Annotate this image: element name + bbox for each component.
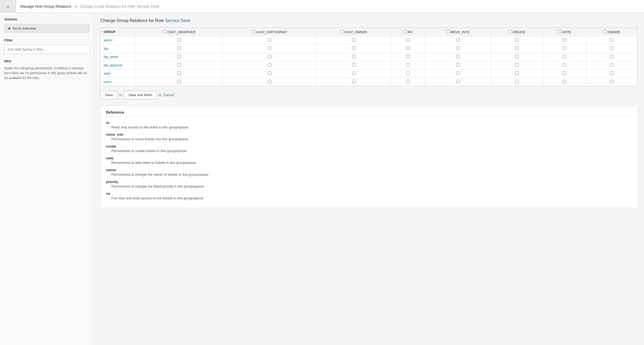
permission-cell [425, 36, 491, 45]
permission-checkbox[interactable] [563, 63, 566, 67]
permission-checkbox[interactable] [563, 71, 566, 75]
permission-cell [136, 36, 223, 45]
select-all-ro[interactable] [403, 30, 407, 33]
permission-checkbox[interactable] [610, 55, 613, 58]
permission-cell [391, 45, 425, 53]
filter-input[interactable] [4, 45, 89, 54]
select-all-chat-observer[interactable] [163, 30, 166, 33]
permission-checkbox[interactable] [406, 71, 410, 75]
group-name-link[interactable]: users [104, 80, 111, 84]
save-button[interactable]: Save [100, 91, 118, 99]
permission-checkbox[interactable] [563, 55, 566, 58]
separator-2: or [158, 93, 162, 97]
reference-item-desc: Permissions to move tickets into this gr… [106, 137, 632, 141]
actions-section: Actions ◀ Go to overview [4, 17, 89, 33]
permission-checkbox[interactable] [352, 71, 356, 75]
permission-checkbox[interactable] [268, 46, 271, 50]
permission-checkbox[interactable] [515, 71, 519, 75]
reference-item-desc: Full read and write access to the ticket… [106, 196, 632, 200]
permission-checkbox[interactable] [177, 63, 181, 67]
separator-1: or [119, 93, 122, 97]
permission-checkbox[interactable] [268, 38, 271, 42]
permission-cell [136, 61, 223, 70]
save-and-finish-button[interactable]: Save and finish [124, 91, 157, 99]
permission-cell [586, 45, 637, 53]
table-row: stats [101, 70, 637, 78]
permission-checkbox[interactable] [268, 63, 271, 67]
reference-item-name: priority [106, 180, 632, 184]
permission-cell [136, 45, 223, 53]
select-all-chat-owner[interactable] [340, 30, 344, 33]
breadcrumb-item-change: Change Group Relations for Role 'Service… [75, 0, 164, 13]
permission-checkbox[interactable] [515, 63, 519, 67]
permission-checkbox[interactable] [610, 63, 613, 67]
permission-checkbox[interactable] [563, 46, 566, 50]
go-to-overview-button[interactable]: ◀ Go to overview [4, 24, 89, 33]
permission-checkbox[interactable] [268, 80, 271, 83]
permission-cell [316, 78, 391, 86]
permission-checkbox[interactable] [456, 80, 460, 83]
permission-checkbox[interactable] [406, 46, 410, 50]
col-header-note: NOTE [543, 28, 586, 36]
home-icon[interactable]: ⌂ [0, 0, 16, 13]
permission-cell [543, 45, 586, 53]
permission-checkbox[interactable] [177, 55, 181, 58]
permission-checkbox[interactable] [610, 80, 613, 83]
permission-checkbox[interactable] [406, 80, 410, 83]
group-name-cell: admin [101, 36, 136, 45]
permission-checkbox[interactable] [406, 55, 410, 58]
permission-cell [425, 61, 491, 70]
permission-checkbox[interactable] [610, 38, 613, 42]
select-all-chat-participant[interactable] [252, 30, 255, 33]
col-header-ro: RO [391, 28, 425, 36]
permission-checkbox[interactable] [352, 80, 356, 83]
permission-checkbox[interactable] [515, 80, 519, 83]
permission-checkbox[interactable] [610, 46, 613, 50]
breadcrumb-item-manage[interactable]: Manage Role-Group Relations [16, 0, 75, 13]
select-all-note[interactable] [558, 30, 561, 33]
permission-checkbox[interactable] [456, 38, 460, 42]
permission-checkbox[interactable] [177, 38, 181, 42]
role-link[interactable]: Service Desk [165, 18, 190, 23]
permission-checkbox[interactable] [406, 63, 410, 67]
permission-cell [223, 70, 316, 78]
group-name-link[interactable]: stats [104, 72, 110, 76]
sidebar: Actions ◀ Go to overview Filter Hint Sel… [0, 13, 94, 345]
permission-checkbox[interactable] [563, 38, 566, 42]
permission-checkbox[interactable] [515, 55, 519, 58]
permission-checkbox[interactable] [352, 38, 356, 42]
permission-checkbox[interactable] [352, 63, 356, 67]
permission-checkbox[interactable] [456, 63, 460, 67]
permission-cell [223, 53, 316, 61]
permission-checkbox[interactable] [610, 71, 613, 75]
permission-checkbox[interactable] [352, 46, 356, 50]
permission-checkbox[interactable] [177, 71, 181, 75]
permission-checkbox[interactable] [352, 55, 356, 58]
hint-title: Hint [4, 59, 89, 63]
permission-checkbox[interactable] [563, 80, 566, 83]
select-all-create[interactable] [508, 30, 512, 33]
reference-item-desc: Permissions to change the owner of ticke… [106, 172, 632, 177]
group-name-link[interactable]: admin [104, 38, 112, 42]
group-name-link[interactable]: faq [104, 47, 108, 51]
permission-checkbox[interactable] [456, 55, 460, 58]
permission-checkbox[interactable] [515, 38, 519, 42]
group-name-link[interactable]: faq_admin [104, 55, 119, 59]
table-header-row: GROUP CHAT_OBSERVER CHAT_PARTICIPANT [101, 28, 637, 36]
permission-checkbox[interactable] [406, 38, 410, 42]
select-all-move-into[interactable] [446, 30, 450, 33]
permission-checkbox[interactable] [268, 71, 271, 75]
permission-checkbox[interactable] [515, 46, 519, 50]
permission-checkbox[interactable] [177, 80, 181, 83]
permission-checkbox[interactable] [456, 46, 460, 50]
permission-checkbox[interactable] [456, 71, 460, 75]
permission-cell [491, 70, 543, 78]
select-all-owner[interactable] [603, 30, 607, 33]
col-header-create: CREATE [491, 28, 543, 36]
cancel-button[interactable]: Cancel [163, 93, 174, 97]
permission-checkbox[interactable] [177, 46, 181, 50]
permission-cell [425, 78, 491, 86]
permission-checkbox[interactable] [268, 55, 271, 58]
group-name-link[interactable]: faq_approval [104, 63, 122, 67]
permission-cell [491, 45, 543, 53]
